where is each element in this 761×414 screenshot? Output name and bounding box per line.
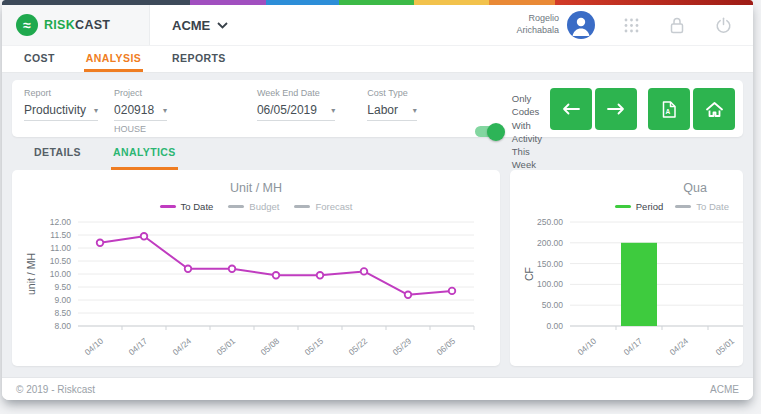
export-report-button[interactable]: A: [648, 88, 690, 130]
week-end-date-select[interactable]: 06/05/2019▾: [257, 103, 335, 121]
user-name: Rogelio Arichabala: [516, 13, 559, 36]
company-name: ACME: [172, 18, 210, 33]
toggle-knob: [487, 123, 505, 141]
only-codes-toggle[interactable]: [475, 126, 503, 137]
svg-text:06/05: 06/05: [435, 336, 458, 358]
svg-text:100.00: 100.00: [537, 279, 563, 289]
chart-legend: Period To Date: [520, 198, 733, 214]
svg-text:12.00: 12.00: [50, 217, 72, 227]
report-label: Report: [24, 88, 98, 98]
line-chart: 12.0011.5011.0010.5010.009.509.008.508.0…: [22, 214, 482, 364]
home-icon: [706, 102, 723, 117]
next-week-button[interactable]: [595, 88, 637, 130]
avatar[interactable]: [567, 11, 595, 39]
week-end-date-field: Week End Date 06/05/2019▾: [257, 88, 335, 121]
report-select[interactable]: Productivity▾: [24, 103, 98, 121]
legend-swatch: [615, 205, 631, 208]
arrow-right-icon: [607, 103, 625, 115]
svg-text:10.00: 10.00: [50, 269, 72, 279]
cost-type-field: Cost Type Labor▾: [367, 88, 416, 121]
bar-chart: 250.00200.00150.00100.0050.000.00CF04/10…: [520, 214, 743, 364]
svg-text:11.00: 11.00: [50, 243, 71, 253]
svg-text:05/01: 05/01: [215, 336, 238, 358]
legend-item-to-date[interactable]: To Date: [675, 201, 729, 212]
project-label: Project: [114, 88, 167, 98]
footer-company: ACME: [710, 384, 739, 395]
company-selector[interactable]: ACME: [172, 18, 228, 33]
tab-reports[interactable]: REPORTS: [170, 46, 228, 72]
legend-swatch: [675, 205, 691, 208]
content-area: Report Productivity▾ Project 020918▾ HOU…: [2, 73, 753, 377]
lock-icon[interactable]: [667, 15, 687, 35]
project-field: Project 020918▾ HOUSE: [114, 88, 167, 134]
chart-title-truncated: Qua: [520, 178, 733, 198]
svg-text:200.00: 200.00: [537, 238, 563, 248]
svg-text:04/10: 04/10: [576, 336, 599, 358]
project-select[interactable]: 020918▾: [114, 103, 167, 121]
logo-text: RISKCAST: [44, 18, 110, 32]
legend-swatch: [294, 205, 310, 208]
svg-text:11.50: 11.50: [50, 230, 71, 240]
svg-text:05/22: 05/22: [347, 336, 370, 358]
power-icon[interactable]: [713, 15, 733, 35]
tab-analysis[interactable]: ANALYSIS: [84, 46, 143, 72]
riskcast-logo: ≈ RISKCAST: [2, 5, 150, 45]
dropdown-caret-icon: ▾: [413, 106, 417, 115]
filter-bar: Report Productivity▾ Project 020918▾ HOU…: [12, 80, 743, 137]
apps-grid-icon[interactable]: [621, 15, 641, 35]
charts-row: Unit / MH To Date Budget Forecast: [12, 170, 743, 366]
legend-swatch: [160, 205, 176, 208]
svg-text:10.50: 10.50: [50, 256, 72, 266]
svg-text:05/29: 05/29: [391, 336, 414, 358]
svg-text:150.00: 150.00: [537, 259, 563, 269]
app-window: ≈ RISKCAST ACME Rogelio Arichabala: [2, 0, 753, 400]
cost-type-label: Cost Type: [367, 88, 416, 98]
home-button[interactable]: [693, 88, 735, 130]
svg-text:CF: CF: [523, 267, 535, 281]
legend-swatch: [228, 205, 244, 208]
legend-item-to-date[interactable]: To Date: [160, 201, 214, 212]
person-icon: [567, 11, 595, 39]
app-footer: © 2019 - Riskcast ACME: [2, 377, 753, 400]
header-right: Rogelio Arichabala: [516, 11, 753, 39]
report-field: Report Productivity▾: [24, 88, 98, 121]
svg-text:unit / MH: unit / MH: [25, 253, 37, 295]
svg-text:8.00: 8.00: [54, 321, 71, 331]
svg-text:9.00: 9.00: [54, 295, 71, 305]
dropdown-caret-icon: ▾: [94, 106, 98, 115]
toggle-label: Only Codes With Activity This Week: [512, 92, 550, 172]
prev-week-button[interactable]: [550, 88, 592, 130]
legend-item-period[interactable]: Period: [615, 201, 663, 212]
svg-text:04/24: 04/24: [171, 336, 194, 358]
chart-title: Unit / MH: [22, 178, 490, 198]
sub-nav: DETAILS ANALYTICS: [12, 137, 743, 170]
svg-text:05/15: 05/15: [303, 336, 326, 358]
quantities-chart-card: Qua Period To Date 250.00200.00150.00100…: [510, 170, 743, 366]
dropdown-caret-icon: ▾: [331, 106, 335, 115]
legend-item-budget[interactable]: Budget: [228, 201, 279, 212]
svg-text:250.00: 250.00: [537, 217, 563, 227]
activity-toggle-wrap: Only Codes With Activity This Week: [475, 92, 550, 172]
app-header: ≈ RISKCAST ACME Rogelio Arichabala: [2, 5, 753, 45]
svg-text:04/24: 04/24: [668, 336, 691, 358]
svg-text:05/08: 05/08: [259, 336, 282, 358]
svg-text:8.50: 8.50: [54, 308, 71, 318]
main-nav: COST ANALYSIS REPORTS: [2, 45, 753, 73]
toolbar-buttons: A: [550, 88, 735, 130]
svg-text:04/17: 04/17: [127, 336, 150, 358]
tab-cost[interactable]: COST: [22, 46, 57, 72]
legend-item-forecast[interactable]: Forecast: [294, 201, 352, 212]
arrow-left-icon: [562, 103, 580, 115]
svg-text:04/17: 04/17: [622, 336, 645, 358]
logo-glyph: ≈: [23, 17, 31, 33]
tab-analytics[interactable]: ANALYTICS: [111, 137, 178, 170]
svg-text:05/01: 05/01: [714, 336, 737, 358]
unit-mh-chart-card: Unit / MH To Date Budget Forecast: [12, 170, 500, 366]
svg-text:0.00: 0.00: [546, 321, 563, 331]
file-export-icon: A: [662, 101, 676, 118]
project-sub-label: HOUSE: [114, 124, 167, 134]
cost-type-select[interactable]: Labor▾: [367, 103, 416, 121]
week-end-date-label: Week End Date: [257, 88, 335, 98]
tab-details[interactable]: DETAILS: [32, 137, 83, 170]
chevron-down-icon: [217, 22, 228, 29]
